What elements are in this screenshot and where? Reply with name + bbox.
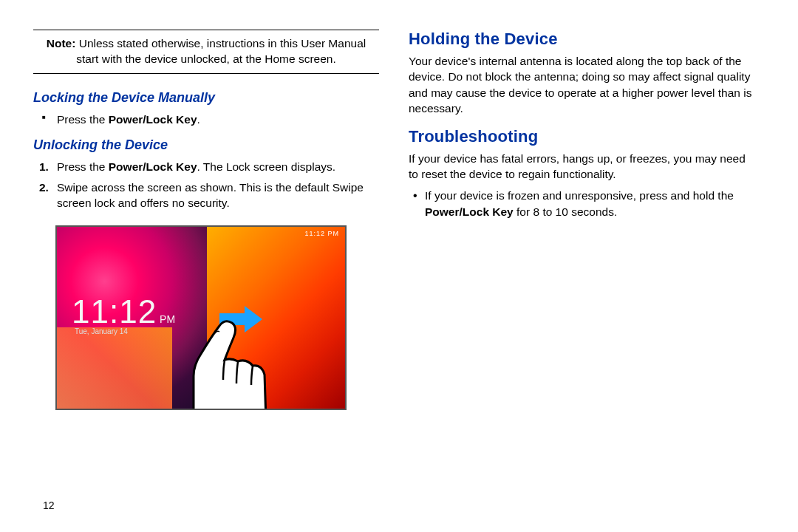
list-number: 2. (39, 180, 49, 195)
clock-ampm: PM (160, 313, 175, 325)
text: If your device is frozen and unresponsiv… (425, 189, 734, 202)
text: . (197, 113, 200, 126)
troubleshooting-body: If your device has fatal errors, hangs u… (409, 151, 754, 183)
finger-illustration (179, 317, 267, 410)
text: Press the (57, 113, 109, 126)
note-box: Note: Unless stated otherwise, instructi… (33, 30, 379, 74)
list-item-unlock-1: 1. Press the Power/Lock Key. The Lock sc… (33, 159, 379, 174)
status-bar: 11:12 PM (304, 230, 339, 237)
power-lock-key-label: Power/Lock Key (425, 205, 514, 218)
text: for 8 to 10 seconds. (514, 205, 617, 218)
text: Swipe across the screen as shown. This i… (57, 181, 364, 209)
holding-body: Your device's internal antenna is locate… (409, 53, 754, 117)
list-item-trouble: If your device is frozen and unresponsiv… (409, 188, 754, 219)
text: Press the (57, 160, 109, 173)
page-number: 12 (43, 499, 55, 511)
list-number: 1. (39, 159, 49, 174)
list-item-lock: Press the Power/Lock Key. (33, 112, 379, 127)
text: . The Lock screen displays. (197, 160, 336, 173)
heading-unlocking: Unlocking the Device (33, 137, 379, 153)
note-label: Note: (47, 37, 76, 50)
lockscreen-figure: 11:12 PM 11:12PM Tue, January 14 (55, 225, 347, 410)
power-lock-key-label: Power/Lock Key (109, 160, 197, 173)
wallpaper-paint-bottom (57, 327, 172, 409)
heading-locking: Locking the Device Manually (33, 90, 379, 106)
power-lock-key-label: Power/Lock Key (109, 113, 197, 126)
note-text: Unless stated otherwise, instructions in… (75, 37, 366, 65)
lockscreen-clock: 11:12PM Tue, January 14 (72, 293, 175, 335)
heading-troubleshooting: Troubleshooting (409, 127, 754, 146)
clock-time: 11:12 (72, 293, 157, 330)
heading-holding: Holding the Device (409, 30, 754, 49)
list-item-unlock-2: 2. Swipe across the screen as shown. Thi… (33, 180, 379, 211)
clock-date: Tue, January 14 (75, 327, 175, 335)
